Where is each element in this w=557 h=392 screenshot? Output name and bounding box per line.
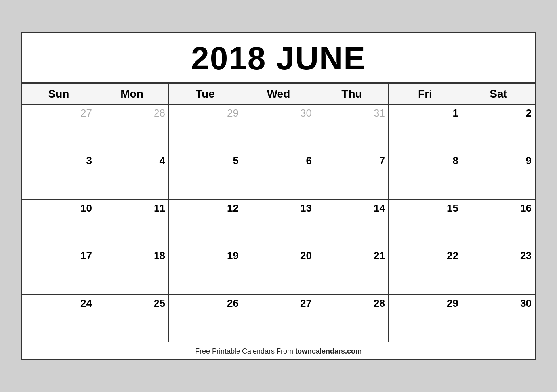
calendar-day[interactable]: 6 — [242, 152, 315, 200]
calendar-day[interactable]: 26 — [169, 295, 242, 342]
week-row-1: 272829303112 — [22, 105, 535, 152]
calendar-day[interactable]: 12 — [169, 200, 242, 247]
calendar-container: 2018 JUNE SunMonTueWedThuFriSat 27282930… — [21, 32, 536, 360]
calendar-day[interactable]: 27 — [22, 105, 95, 152]
calendar-title: 2018 JUNE — [22, 33, 535, 83]
footer-normal: Free Printable Calendars From — [195, 347, 295, 355]
calendar-day[interactable]: 1 — [389, 105, 462, 152]
calendar-day[interactable]: 17 — [22, 247, 95, 295]
day-header-row: SunMonTueWedThuFriSat — [22, 84, 535, 105]
calendar-day[interactable]: 8 — [389, 152, 462, 200]
footer-bold: towncalendars.com — [295, 347, 362, 355]
week-row-4: 17181920212223 — [22, 247, 535, 295]
week-row-5: 24252627282930 — [22, 295, 535, 342]
calendar-day[interactable]: 25 — [95, 295, 169, 342]
calendar-day[interactable]: 20 — [242, 247, 315, 295]
week-row-3: 10111213141516 — [22, 200, 535, 247]
day-header-sat: Sat — [462, 84, 535, 105]
day-header-fri: Fri — [389, 84, 462, 105]
calendar-day[interactable]: 16 — [462, 200, 535, 247]
day-header-mon: Mon — [95, 84, 169, 105]
calendar-day[interactable]: 9 — [462, 152, 535, 200]
calendar-day[interactable]: 27 — [242, 295, 315, 342]
calendar-day[interactable]: 2 — [462, 105, 535, 152]
calendar-day[interactable]: 14 — [315, 200, 389, 247]
calendar-day[interactable]: 30 — [462, 295, 535, 342]
calendar-day[interactable]: 3 — [22, 152, 95, 200]
calendar-day[interactable]: 30 — [242, 105, 315, 152]
calendar-day[interactable]: 11 — [95, 200, 169, 247]
calendar-day[interactable]: 28 — [95, 105, 169, 152]
calendar-day[interactable]: 10 — [22, 200, 95, 247]
calendar-day[interactable]: 13 — [242, 200, 315, 247]
calendar-day[interactable]: 23 — [462, 247, 535, 295]
calendar-day[interactable]: 7 — [315, 152, 389, 200]
calendar-day[interactable]: 19 — [169, 247, 242, 295]
calendar-day[interactable]: 18 — [95, 247, 169, 295]
week-row-2: 3456789 — [22, 152, 535, 200]
calendar-day[interactable]: 21 — [315, 247, 389, 295]
calendar-day[interactable]: 28 — [315, 295, 389, 342]
calendar-day[interactable]: 24 — [22, 295, 95, 342]
calendar-day[interactable]: 22 — [389, 247, 462, 295]
calendar-day[interactable]: 29 — [389, 295, 462, 342]
calendar-day[interactable]: 4 — [95, 152, 169, 200]
calendar-grid: SunMonTueWedThuFriSat 272829303112345678… — [22, 83, 535, 342]
day-header-tue: Tue — [169, 84, 242, 105]
day-header-wed: Wed — [242, 84, 315, 105]
footer: Free Printable Calendars From towncalend… — [22, 342, 535, 359]
calendar-day[interactable]: 29 — [169, 105, 242, 152]
calendar-day[interactable]: 5 — [169, 152, 242, 200]
calendar-day[interactable]: 15 — [389, 200, 462, 247]
calendar-day[interactable]: 31 — [315, 105, 389, 152]
day-header-thu: Thu — [315, 84, 389, 105]
day-header-sun: Sun — [22, 84, 95, 105]
